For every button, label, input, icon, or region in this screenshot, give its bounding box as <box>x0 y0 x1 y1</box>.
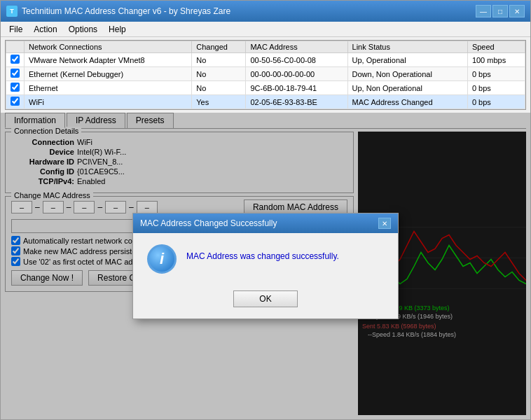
row-changed: Yes <box>192 95 246 109</box>
row-speed: 0 bps <box>467 95 525 109</box>
window-title: Technitium MAC Address Changer v6 - by S… <box>22 6 230 16</box>
menu-options[interactable]: Options <box>63 23 103 36</box>
dialog-footer: OK <box>133 285 398 318</box>
row-link: Up, Non Operational <box>347 81 467 95</box>
network-table-container: Network Connections Changed MAC Address … <box>5 40 526 110</box>
table-row[interactable]: Ethernet No 9C-6B-00-18-79-41 Up, Non Op… <box>6 81 525 95</box>
row-name: Ethernet (Kernel Debugger) <box>25 67 192 81</box>
row-checkbox-cell <box>6 67 25 81</box>
col-mac: MAC Address <box>246 41 347 53</box>
row-name: Ethernet <box>25 81 192 95</box>
table-row[interactable]: VMware Network Adapter VMnet8 No 00-50-5… <box>6 53 525 67</box>
col-link: Link Status <box>347 41 467 53</box>
row-link: Down, Non Operational <box>347 67 467 81</box>
row-mac: 02-05-6E-93-83-BE <box>246 95 347 109</box>
row-changed: No <box>192 53 246 67</box>
row-checkbox-cell <box>6 81 25 95</box>
row-checkbox[interactable] <box>11 55 20 64</box>
minimize-button[interactable]: — <box>476 5 491 18</box>
dialog-close-button[interactable]: ✕ <box>378 218 391 229</box>
col-speed: Speed <box>467 41 525 53</box>
table-row[interactable]: Ethernet (Kernel Debugger) No 00-00-00-0… <box>6 67 525 81</box>
title-controls: — □ ✕ <box>476 5 525 18</box>
menu-help[interactable]: Help <box>103 23 132 36</box>
maximize-button[interactable]: □ <box>492 5 508 18</box>
network-table: Network Connections Changed MAC Address … <box>6 41 525 109</box>
menu-bar: File Action Options Help <box>1 22 530 37</box>
row-name: WiFi <box>25 95 192 109</box>
row-checkbox[interactable] <box>11 83 20 92</box>
dialog-overlay: MAC Address Changed Successfully ✕ i MAC… <box>1 113 530 419</box>
ok-button[interactable]: OK <box>233 290 297 307</box>
success-dialog: MAC Address Changed Successfully ✕ i MAC… <box>132 213 399 319</box>
row-speed: 100 mbps <box>467 53 525 67</box>
row-link: MAC Address Changed <box>347 95 467 109</box>
row-checkbox[interactable] <box>11 97 20 106</box>
title-bar-left: T Technitium MAC Address Changer v6 - by… <box>6 6 230 17</box>
col-changed: Changed <box>192 41 246 53</box>
row-link: Up, Operational <box>347 53 467 67</box>
row-name: VMware Network Adapter VMnet8 <box>25 53 192 67</box>
close-button[interactable]: ✕ <box>509 5 525 18</box>
row-mac: 9C-6B-00-18-79-41 <box>246 81 347 95</box>
row-checkbox-cell <box>6 95 25 109</box>
main-window: T Technitium MAC Address Changer v6 - by… <box>0 0 531 420</box>
row-checkbox[interactable] <box>11 69 20 78</box>
dialog-title-bar: MAC Address Changed Successfully ✕ <box>133 214 398 233</box>
dialog-body: i MAC Address was changed successfully. <box>133 233 398 285</box>
menu-file[interactable]: File <box>4 23 28 36</box>
app-icon: T <box>6 6 18 17</box>
row-checkbox-cell <box>6 53 25 67</box>
dialog-title-text: MAC Address Changed Successfully <box>140 218 277 228</box>
row-speed: 0 bps <box>467 67 525 81</box>
info-icon: i <box>147 244 177 274</box>
row-mac: 00-50-56-C0-00-08 <box>246 53 347 67</box>
table-row[interactable]: WiFi Yes 02-05-6E-93-83-BE MAC Address C… <box>6 95 525 109</box>
col-network: Network Connections <box>25 41 192 53</box>
row-changed: No <box>192 81 246 95</box>
row-speed: 0 bps <box>467 81 525 95</box>
row-changed: No <box>192 67 246 81</box>
row-mac: 00-00-00-00-00-00 <box>246 67 347 81</box>
menu-action[interactable]: Action <box>28 23 62 36</box>
bottom-area: Information IP Address Presets Connectio… <box>1 113 530 419</box>
title-bar: T Technitium MAC Address Changer v6 - by… <box>1 1 530 22</box>
dialog-message: MAC Address was changed successfully. <box>186 244 339 261</box>
col-checkbox <box>6 41 25 53</box>
